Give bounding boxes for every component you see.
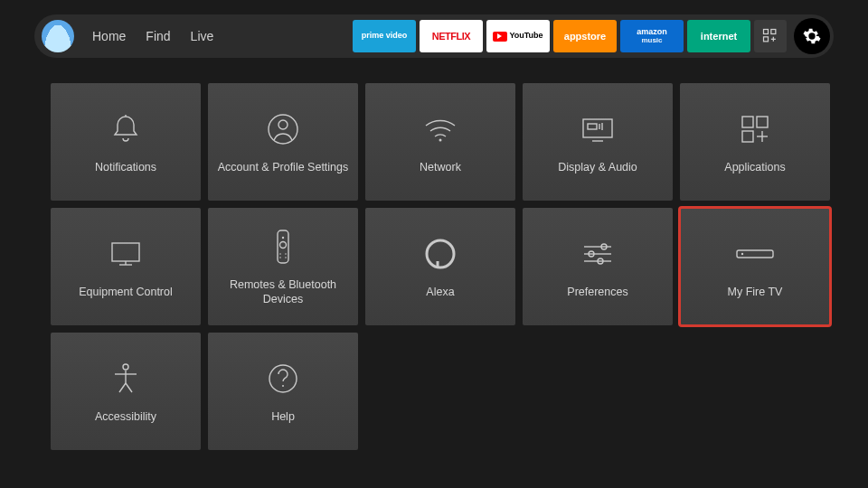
nav-find[interactable]: Find xyxy=(146,29,170,43)
svg-point-22 xyxy=(279,253,281,255)
svg-point-41 xyxy=(282,385,284,387)
equipment-label: Equipment Control xyxy=(79,285,173,299)
monitor-icon xyxy=(108,234,143,274)
remote-icon xyxy=(274,227,292,267)
network-label: Network xyxy=(420,160,461,174)
tile-preferences[interactable]: Preferences xyxy=(523,208,673,325)
youtube-label: YouTube xyxy=(509,32,542,41)
top-navigation-bar: Home Find Live prime video NETFLIX YouTu… xyxy=(34,14,834,58)
accessibility-icon xyxy=(109,359,142,399)
tile-notifications[interactable]: Notifications xyxy=(51,83,201,201)
app-youtube[interactable]: YouTube xyxy=(486,20,550,52)
settings-grid: Notifications Account & Profile Settings… xyxy=(51,83,832,450)
help-icon xyxy=(267,359,299,399)
tv-audio-icon xyxy=(580,109,616,149)
svg-point-35 xyxy=(123,364,128,370)
app-internet[interactable]: internet xyxy=(687,20,750,52)
svg-rect-11 xyxy=(742,117,753,127)
wifi-icon xyxy=(422,109,458,149)
tile-accessibility[interactable]: Accessibility xyxy=(51,333,201,450)
svg-point-6 xyxy=(278,120,288,129)
svg-point-25 xyxy=(285,257,287,258)
gear-icon xyxy=(802,26,822,46)
accessibility-label: Accessibility xyxy=(95,409,156,424)
apps-grid-icon xyxy=(761,27,779,45)
youtube-inner: YouTube xyxy=(493,32,542,42)
svg-rect-12 xyxy=(757,117,768,127)
svg-point-20 xyxy=(282,237,284,239)
preferences-label: Preferences xyxy=(567,285,627,299)
app-shortcuts: prime video NETFLIX YouTube appstore ama… xyxy=(353,18,830,54)
app-prime-video[interactable]: prime video xyxy=(353,20,416,52)
primary-nav: Home Find Live xyxy=(92,29,213,43)
svg-point-34 xyxy=(741,253,743,255)
remotes-label: Remotes & Bluetooth Devices xyxy=(215,277,351,307)
tile-account-profile[interactable]: Account & Profile Settings xyxy=(208,83,358,201)
device-icon xyxy=(735,234,775,274)
svg-rect-10 xyxy=(588,124,597,129)
svg-point-21 xyxy=(280,241,287,248)
tile-network[interactable]: Network xyxy=(365,83,515,201)
svg-rect-1 xyxy=(771,30,776,34)
svg-point-24 xyxy=(279,257,281,258)
alexa-icon xyxy=(424,234,457,274)
svg-rect-19 xyxy=(278,230,288,263)
myfiretv-label: My Fire TV xyxy=(728,285,783,299)
svg-rect-2 xyxy=(764,37,769,42)
music-label-2: music xyxy=(637,37,667,45)
notifications-label: Notifications xyxy=(95,160,156,174)
svg-point-7 xyxy=(439,138,442,141)
youtube-play-icon xyxy=(493,32,507,42)
tile-equipment-control[interactable]: Equipment Control xyxy=(51,208,201,325)
app-prime-label: prime video xyxy=(362,32,408,41)
svg-line-38 xyxy=(119,383,126,392)
all-apps-button[interactable] xyxy=(754,20,787,52)
apps-icon xyxy=(739,109,771,149)
tile-help[interactable]: Help xyxy=(208,333,358,450)
person-icon xyxy=(267,109,299,149)
app-amazon-music[interactable]: amazon music xyxy=(620,20,684,52)
svg-rect-13 xyxy=(742,131,753,142)
tile-applications[interactable]: Applications xyxy=(680,83,830,201)
nav-home[interactable]: Home xyxy=(92,29,126,43)
tile-display-audio[interactable]: Display & Audio xyxy=(523,83,673,201)
nav-live[interactable]: Live xyxy=(191,29,214,43)
bell-icon xyxy=(110,109,141,149)
tile-alexa[interactable]: Alexa xyxy=(365,208,515,325)
svg-rect-16 xyxy=(112,243,139,261)
alexa-label: Alexa xyxy=(426,285,454,299)
svg-point-23 xyxy=(285,253,287,255)
app-appstore[interactable]: appstore xyxy=(553,20,617,52)
help-label: Help xyxy=(271,409,295,424)
tile-my-fire-tv[interactable]: My Fire TV xyxy=(680,208,830,325)
app-netflix[interactable]: NETFLIX xyxy=(420,20,483,52)
applications-label: Applications xyxy=(724,160,785,174)
display-label: Display & Audio xyxy=(558,160,637,174)
svg-point-26 xyxy=(427,240,454,267)
settings-button[interactable] xyxy=(794,18,830,54)
profile-avatar[interactable] xyxy=(42,20,74,52)
svg-line-39 xyxy=(126,383,132,392)
account-label: Account & Profile Settings xyxy=(218,160,349,174)
svg-rect-0 xyxy=(764,30,769,34)
tile-remotes-bluetooth[interactable]: Remotes & Bluetooth Devices xyxy=(208,208,358,325)
sliders-icon xyxy=(580,234,615,274)
